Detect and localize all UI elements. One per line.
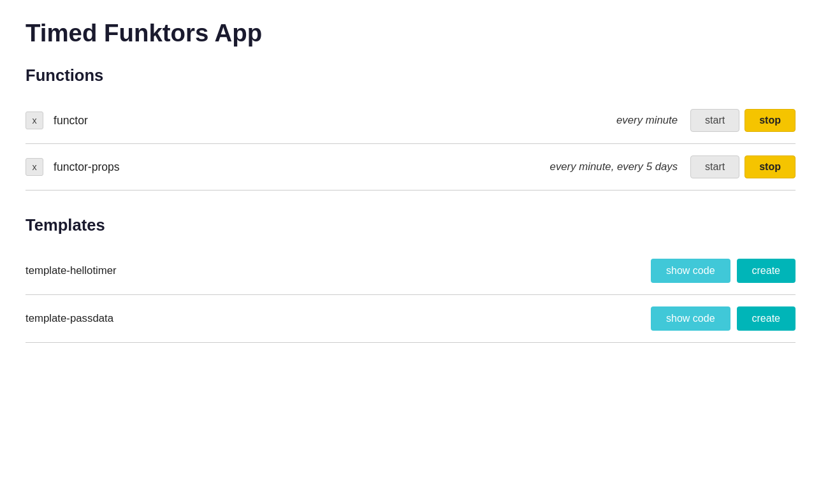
functions-heading: Functions [25,66,796,85]
template-name-passdata: template-passdata [25,312,651,325]
create-hellotimer-button[interactable]: create [737,259,796,283]
function-schedule-functor-props: every minute, every 5 days [499,161,678,173]
function-row-functor: x functor every minute start stop [25,97,796,144]
show-code-passdata-button[interactable]: show code [651,306,730,331]
templates-section: Templates template-hellotimer show code … [25,216,796,343]
function-name-functor-props: functor-props [54,161,499,174]
function-row-functor-props: x functor-props every minute, every 5 da… [25,144,796,191]
stop-functor-button[interactable]: stop [745,109,796,132]
template-name-hellotimer: template-hellotimer [25,264,651,277]
template-row-hellotimer: template-hellotimer show code create [25,247,796,295]
start-functor-props-button[interactable]: start [690,155,739,178]
templates-list: template-hellotimer show code create tem… [25,247,796,343]
template-actions-hellotimer: show code create [651,259,796,283]
stop-functor-props-button[interactable]: stop [745,155,796,178]
remove-functor-props-button[interactable]: x [25,158,43,176]
app-title: Timed Funktors App [25,19,796,47]
template-actions-passdata: show code create [651,306,796,331]
function-name-functor: functor [54,114,499,127]
start-functor-button[interactable]: start [690,109,739,132]
create-passdata-button[interactable]: create [737,306,796,331]
functions-section: Functions x functor every minute start s… [25,66,796,191]
templates-heading: Templates [25,216,796,234]
remove-functor-button[interactable]: x [25,112,43,129]
functions-list: x functor every minute start stop x func… [25,97,796,191]
template-row-passdata: template-passdata show code create [25,295,796,343]
show-code-hellotimer-button[interactable]: show code [651,259,730,283]
function-schedule-functor: every minute [499,114,678,127]
